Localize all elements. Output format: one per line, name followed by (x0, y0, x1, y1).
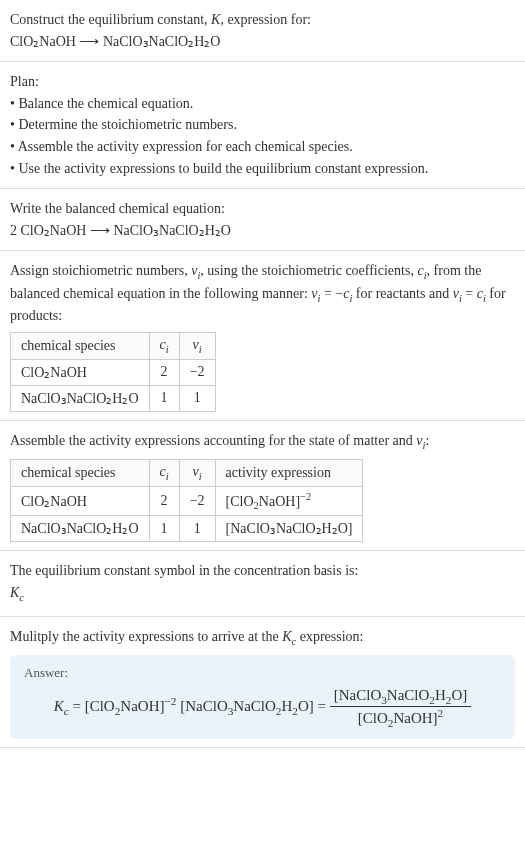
cell-ci: 2 (149, 486, 179, 515)
plan-step-1: • Balance the chemical equation. (10, 94, 515, 114)
activity-intro: Assemble the activity expressions accoun… (10, 431, 515, 453)
unbalanced-equation: ClO₂NaOH ⟶ NaClO₃NaClO₂H₂O (10, 32, 515, 52)
section-stoich-numbers: Assign stoichiometric numbers, νi, using… (0, 251, 525, 420)
cell-ci: 1 (149, 516, 179, 542)
section-plan: Plan: • Balance the chemical equation. •… (0, 62, 525, 189)
table-row: ClO₂NaOH 2 −2 (11, 359, 216, 385)
cell-ci: 2 (149, 359, 179, 385)
table-row: NaClO₃NaClO₂H₂O 1 1 (11, 385, 216, 411)
plan-heading: Plan: (10, 72, 515, 92)
col-ci: ci (149, 332, 179, 359)
balanced-equation: 2 ClO₂NaOH ⟶ NaClO₃NaClO₂H₂O (10, 221, 515, 241)
kc-expression: Kc = [ClO2NaOH]−2 [NaClO3NaClO2H2O] = [N… (24, 687, 501, 729)
cell-activity: [ClO2NaOH]−2 (215, 486, 363, 515)
answer-box: Answer: Kc = [ClO2NaOH]−2 [NaClO3NaClO2H… (10, 655, 515, 739)
col-species: chemical species (11, 332, 150, 359)
cell-vi: 1 (179, 385, 215, 411)
section-activity: Assemble the activity expressions accoun… (0, 421, 525, 552)
cell-species: ClO₂NaOH (11, 359, 150, 385)
section-multiply: Mulitply the activity expressions to arr… (0, 617, 525, 748)
col-vi: νi (179, 460, 215, 487)
plan-step-2: • Determine the stoichiometric numbers. (10, 115, 515, 135)
col-species: chemical species (11, 460, 150, 487)
table-row: chemical species ci νi (11, 332, 216, 359)
cell-species: NaClO₃NaClO₂H₂O (11, 516, 150, 542)
symbol-text: The equilibrium constant symbol in the c… (10, 561, 515, 581)
balanced-heading: Write the balanced chemical equation: (10, 199, 515, 219)
construct-prompt: Construct the equilibrium constant, K, e… (10, 10, 515, 30)
answer-label: Answer: (24, 665, 501, 681)
cell-vi: −2 (179, 359, 215, 385)
table-row: ClO₂NaOH 2 −2 [ClO2NaOH]−2 (11, 486, 363, 515)
cell-species: ClO₂NaOH (11, 486, 150, 515)
stoich-intro: Assign stoichiometric numbers, νi, using… (10, 261, 515, 326)
kc-fraction: [NaClO3NaClO2H2O] [ClO2NaOH]2 (330, 687, 472, 729)
cell-activity: [NaClO₃NaClO₂H₂O] (215, 516, 363, 542)
plan-step-3: • Assemble the activity expression for e… (10, 137, 515, 157)
table-row: chemical species ci νi activity expressi… (11, 460, 363, 487)
cell-vi: 1 (179, 516, 215, 542)
stoich-table: chemical species ci νi ClO₂NaOH 2 −2 NaC… (10, 332, 216, 412)
fraction-numerator: [NaClO3NaClO2H2O] (330, 687, 472, 707)
kc-symbol: Kc (10, 583, 515, 605)
col-activity: activity expression (215, 460, 363, 487)
section-construct: Construct the equilibrium constant, K, e… (0, 0, 525, 62)
cell-species: NaClO₃NaClO₂H₂O (11, 385, 150, 411)
col-vi: νi (179, 332, 215, 359)
section-symbol: The equilibrium constant symbol in the c… (0, 551, 525, 616)
plan-step-4: • Use the activity expressions to build … (10, 159, 515, 179)
activity-table: chemical species ci νi activity expressi… (10, 459, 363, 542)
fraction-denominator: [ClO2NaOH]2 (330, 707, 472, 729)
table-row: NaClO₃NaClO₂H₂O 1 1 [NaClO₃NaClO₂H₂O] (11, 516, 363, 542)
multiply-text: Mulitply the activity expressions to arr… (10, 627, 515, 649)
cell-vi: −2 (179, 486, 215, 515)
cell-ci: 1 (149, 385, 179, 411)
col-ci: ci (149, 460, 179, 487)
section-balanced: Write the balanced chemical equation: 2 … (0, 189, 525, 251)
